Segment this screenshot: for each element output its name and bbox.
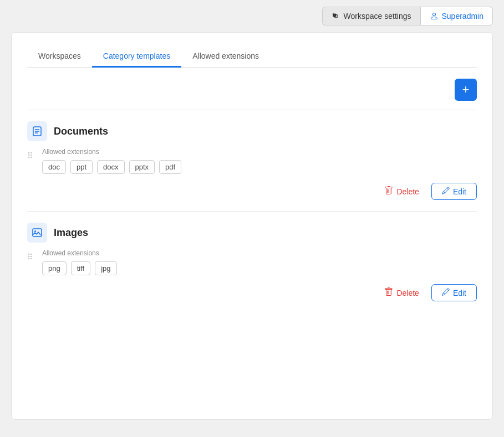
main-card: Workspaces Category templates Allowed ex… (11, 32, 493, 420)
gear-icon (332, 12, 340, 20)
category-header-images: Images (27, 223, 477, 243)
delete-documents-label: Delete (396, 187, 419, 196)
extensions-content-documents: Allowed extensions doc ppt docx pptx pdf (42, 148, 477, 174)
add-category-button[interactable]: + (455, 79, 477, 101)
tab-workspaces[interactable]: Workspaces (27, 46, 92, 68)
top-bar: Workspace settings Superadmin (0, 0, 504, 32)
ext-jpg: jpg (95, 261, 116, 275)
svg-point-5 (34, 230, 36, 232)
category-actions-images: Delete Edit (27, 284, 477, 301)
drag-handle-images[interactable]: ⠿ (27, 249, 33, 261)
edit-images-button[interactable]: Edit (431, 284, 477, 301)
extensions-list-documents: doc ppt docx pptx pdf (42, 160, 477, 174)
ext-ppt: ppt (70, 160, 93, 174)
ext-pdf: pdf (159, 160, 181, 174)
superadmin-label: Superadmin (442, 12, 484, 20)
ext-png: png (42, 261, 67, 275)
ext-tiff: tiff (71, 261, 91, 275)
trash-icon-images (384, 287, 393, 298)
extensions-section-documents: ⠿ Allowed extensions doc ppt docx pptx p… (27, 148, 477, 174)
person-icon (430, 12, 439, 20)
category-actions-documents: Delete Edit (27, 183, 477, 200)
trash-icon-documents (384, 186, 393, 197)
superadmin-button[interactable]: Superadmin (420, 7, 493, 25)
tab-allowed-extensions[interactable]: Allowed extensions (181, 46, 270, 68)
extensions-section-images: ⠿ Allowed extensions png tiff jpg (27, 249, 477, 275)
add-button-row: + (27, 79, 477, 101)
category-name-images: Images (54, 227, 88, 239)
tab-category-templates[interactable]: Category templates (92, 46, 181, 68)
edit-documents-label: Edit (453, 187, 466, 196)
workspace-settings-label: Workspace settings (344, 12, 411, 20)
ext-doc: doc (42, 160, 66, 174)
delete-documents-button[interactable]: Delete (379, 183, 424, 200)
extensions-label-images: Allowed extensions (42, 249, 477, 257)
extensions-content-images: Allowed extensions png tiff jpg (42, 249, 477, 275)
delete-images-button[interactable]: Delete (379, 284, 424, 301)
extensions-label-documents: Allowed extensions (42, 148, 477, 156)
drag-handle-documents[interactable]: ⠿ (27, 148, 33, 160)
tab-bar: Workspaces Category templates Allowed ex… (27, 46, 477, 68)
ext-docx: docx (97, 160, 124, 174)
category-header-documents: Documents (27, 121, 477, 141)
category-name-documents: Documents (54, 126, 108, 137)
edit-images-label: Edit (453, 289, 466, 297)
svg-rect-4 (33, 229, 42, 237)
document-icon (27, 121, 47, 141)
edit-documents-button[interactable]: Edit (431, 183, 477, 200)
category-item-images: Images ⠿ Allowed extensions png tiff jpg (27, 211, 477, 312)
category-item-documents: Documents ⠿ Allowed extensions doc ppt d… (27, 110, 477, 211)
delete-images-label: Delete (396, 289, 419, 297)
image-icon (27, 223, 47, 243)
categories-list: Documents ⠿ Allowed extensions doc ppt d… (27, 110, 477, 312)
pencil-icon-images (442, 288, 450, 297)
workspace-settings-button[interactable]: Workspace settings (322, 7, 420, 25)
pencil-icon-documents (442, 187, 450, 196)
ext-pptx: pptx (129, 160, 155, 174)
extensions-list-images: png tiff jpg (42, 261, 477, 275)
